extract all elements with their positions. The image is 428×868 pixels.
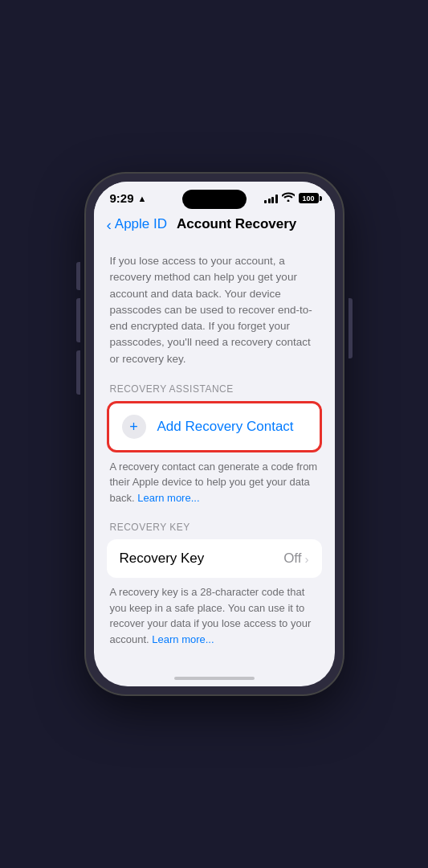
wifi-icon: [282, 192, 295, 204]
recovery-assistance-label: RECOVERY ASSISTANCE: [107, 383, 322, 395]
back-label: Apple ID: [115, 216, 167, 232]
recovery-key-label: Recovery Key: [120, 551, 205, 567]
volume-down-top-button[interactable]: [76, 298, 80, 342]
main-content: If you lose access to your account, a re…: [94, 240, 335, 664]
battery-icon: 100: [299, 193, 319, 203]
dynamic-island: [182, 190, 247, 209]
power-button[interactable]: [349, 298, 353, 358]
recovery-key-description: A recovery key is a 28-character code th…: [107, 584, 322, 647]
recovery-key-row[interactable]: Recovery Key Off ›: [107, 539, 322, 578]
back-chevron-icon: ‹: [107, 217, 112, 232]
navigation-bar: ‹ Apple ID Account Recovery: [94, 210, 335, 240]
recovery-key-card[interactable]: Recovery Key Off ›: [107, 539, 322, 578]
recovery-key-section: RECOVERY KEY Recovery Key Off › A recove…: [107, 522, 322, 647]
status-indicators: 100: [264, 192, 319, 204]
recovery-contact-description: A recovery contact can generate a code f…: [107, 459, 322, 506]
recovery-contact-learn-more[interactable]: Learn more...: [137, 492, 199, 504]
add-recovery-contact-button[interactable]: + Add Recovery Contact: [107, 401, 322, 452]
add-recovery-contact-card[interactable]: + Add Recovery Contact: [107, 401, 322, 452]
recovery-key-learn-more[interactable]: Learn more...: [152, 633, 214, 645]
home-indicator: [94, 664, 335, 686]
chevron-right-icon: ›: [305, 552, 309, 566]
location-icon: ▲: [138, 194, 147, 203]
intro-description: If you lose access to your account, a re…: [107, 253, 322, 367]
status-time: 9:29: [110, 191, 134, 205]
add-icon-circle: +: [122, 415, 146, 439]
recovery-key-section-label: RECOVERY KEY: [107, 522, 322, 533]
phone-screen: 9:29 ▲ 100: [94, 182, 335, 686]
home-bar: [174, 677, 255, 680]
recovery-key-value-row: Off ›: [283, 551, 308, 567]
add-contact-label: Add Recovery Contact: [157, 419, 294, 435]
plus-icon: +: [129, 420, 138, 434]
volume-up-button[interactable]: [76, 262, 80, 290]
status-time-area: 9:29 ▲: [110, 191, 147, 205]
page-title: Account Recovery: [177, 216, 296, 232]
phone-frame: 9:29 ▲ 100: [86, 174, 343, 694]
volume-down-bottom-button[interactable]: [76, 350, 80, 395]
recovery-key-value: Off: [283, 551, 301, 567]
signal-icon: [264, 194, 278, 203]
back-button[interactable]: ‹ Apple ID: [107, 216, 168, 232]
